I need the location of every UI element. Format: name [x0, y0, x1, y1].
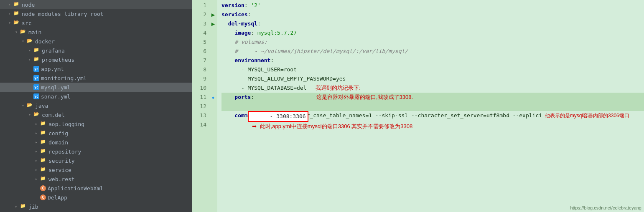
line-num-13: 13 [192, 111, 206, 120]
tree-label: app.yml [41, 66, 64, 72]
line-num-8: 8 [192, 65, 206, 74]
tree-label: repository [48, 149, 81, 155]
tree-item-del-app[interactable]: C DelApp [0, 193, 192, 202]
tree-item-grafana[interactable]: 📁 grafana [0, 46, 192, 55]
code-line-5: # volumes: [221, 38, 644, 47]
arrow-icon [33, 139, 39, 145]
tree-label: src [22, 20, 31, 26]
marker-9 [209, 74, 217, 83]
yml-icon: yc [33, 84, 39, 90]
marker-2: ▶ [209, 10, 217, 19]
marker-6 [209, 47, 217, 56]
code-line-4: image: mysql:5.7.27 [221, 28, 644, 38]
line-num-14: 14 [192, 120, 206, 129]
java-c-icon: C [40, 185, 46, 191]
line-num-12: 12 [192, 102, 206, 111]
line-num-9: 9 [192, 74, 206, 83]
code-line-7: environment: [221, 56, 644, 65]
tree-label: java [35, 103, 48, 109]
arrow-icon [13, 29, 19, 35]
code-line-9: - MYSQL_ALLOW_EMPTY_PASSWORD=yes [221, 74, 644, 83]
arrow-icon [33, 167, 39, 173]
code-line-10: - MYSQL_DATABASE=del 我遇到的坑记录下: [221, 83, 644, 93]
tree-item-repository[interactable]: 📁 repository [0, 147, 192, 156]
tree-label: service [48, 167, 71, 173]
arrow-icon [33, 121, 39, 127]
code-line-3: del-mysql: [221, 19, 644, 28]
tree-label: main [28, 29, 41, 35]
tree-item-main[interactable]: 📂 main [0, 28, 192, 37]
tree-item-application-web-xml[interactable]: C ApplicationWebXml [0, 184, 192, 193]
marker-3: ▶ [209, 19, 217, 28]
tree-label: web.rest [48, 176, 75, 182]
line-num-7: 7 [192, 56, 206, 65]
code-line-2: services: [221, 10, 644, 19]
marker-11: ◆ [209, 93, 217, 102]
arrow-icon [7, 11, 13, 17]
yml-icon: yc [33, 93, 39, 99]
tree-item-src[interactable]: 📂 src [0, 18, 192, 28]
code-line-12: - 3308:3306 ➡ 此时,app.yml中连接mysql的端口3306 … [221, 102, 644, 111]
tree-item-sonar-yml[interactable]: yc sonar.yml [0, 92, 192, 101]
code-line-1: version: '2' [221, 1, 644, 10]
arrow-icon [33, 130, 39, 136]
tree-label: grafana [42, 48, 65, 54]
tree-item-config[interactable]: 📁 config [0, 129, 192, 138]
marker-5 [209, 38, 217, 47]
tree-item-app-yml[interactable]: yc app.yml [0, 64, 192, 73]
code-editor: 1 2 3 4 5 6 7 8 9 10 11 12 13 14 ▶ ▶ [192, 0, 644, 212]
marker-10 [209, 83, 217, 93]
tree-label: sonar.yml [41, 93, 70, 100]
tree-label: domain [48, 139, 68, 146]
marker-13 [209, 111, 217, 120]
arrow-icon [33, 176, 39, 182]
arrow-icon [7, 2, 13, 8]
tree-item-com-del[interactable]: 📂 com.del [0, 110, 192, 119]
marker-1 [209, 1, 217, 10]
tree-label: monitoring.yml [41, 75, 87, 81]
tree-label: security [48, 158, 75, 164]
arrow-icon [27, 112, 33, 118]
arrow-icon [33, 158, 39, 164]
tree-label: DelApp [48, 194, 67, 201]
tree-item-web-rest[interactable]: 📁 web.rest [0, 174, 192, 184]
tree-label: docker [35, 38, 55, 45]
marker-7 [209, 56, 217, 65]
tree-item-service[interactable]: 📁 service [0, 165, 192, 174]
yml-icon: yc [33, 75, 39, 81]
marker-8 [209, 65, 217, 74]
line-num-10: 10 [192, 83, 206, 93]
line-num-1: 1 [192, 1, 206, 10]
tree-item-java[interactable]: 📂 java [0, 101, 192, 110]
tree-item-domain[interactable]: 📁 domain [0, 138, 192, 147]
tree-item-jib[interactable]: 📁 jib [0, 202, 192, 211]
arrow-icon [13, 204, 19, 209]
markers-column: ▶ ▶ ◆ [209, 0, 217, 212]
tree-item-prometheus[interactable]: 📁 prometheus [0, 55, 192, 64]
arrow-icon [20, 38, 26, 44]
line-num-5: 5 [192, 38, 206, 47]
marker-14 [209, 120, 217, 129]
tree-label: jib [28, 204, 38, 210]
line-numbers: 1 2 3 4 5 6 7 8 9 10 11 12 13 14 [192, 0, 209, 212]
tree-label: aop.logging [48, 121, 84, 127]
tree-item-security[interactable]: 📁 security [0, 156, 192, 165]
tree-item-aop-logging[interactable]: 📁 aop.logging [0, 119, 192, 129]
tree-item-docker[interactable]: 📂 docker [0, 37, 192, 46]
tree-item-node[interactable]: 📁 node [0, 0, 192, 9]
line-num-11: 11 [192, 93, 206, 102]
tree-item-mysql-yml[interactable]: yc mysql.yml [0, 83, 192, 92]
code-line-11: ports: 这是容器对外暴露的端口,我改成了3308. [221, 93, 644, 102]
code-line-8: - MYSQL_USER=root [221, 65, 644, 74]
tree-label: ApplicationWebXml [48, 185, 103, 192]
tree-label: node_modules library root [22, 11, 104, 17]
tree-label: config [48, 130, 68, 136]
arrow-icon [20, 103, 26, 109]
file-tree: 📁 node 📁 node_modules library root 📂 src… [0, 0, 192, 212]
tree-label: com.del [42, 112, 65, 118]
tree-item-node-modules[interactable]: 📁 node_modules library root [0, 9, 192, 18]
java-c-icon: C [40, 194, 46, 200]
yml-icon: yc [33, 66, 39, 72]
watermark: https://blog.csdn.net/celebrateyang [570, 205, 641, 210]
tree-item-monitoring-yml[interactable]: yc monitoring.yml [0, 73, 192, 83]
